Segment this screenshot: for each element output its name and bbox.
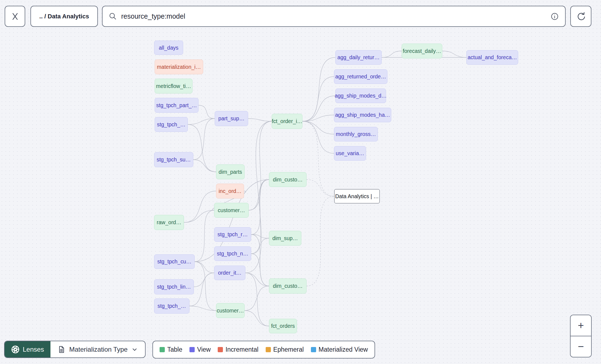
zoom-in-button[interactable]: + <box>571 315 591 336</box>
graph-node-metricflow_ti[interactable]: metricflow_ti… <box>155 79 192 93</box>
graph-node-data_analytics[interactable]: Data Analytics | … <box>334 189 380 203</box>
graph-node-stg_tpch_cu[interactable]: stg_tpch_cu… <box>154 254 195 269</box>
close-button[interactable] <box>5 6 25 27</box>
lenses-label: Lenses <box>23 346 44 353</box>
edge-stg_tpch_cu-customer_a <box>195 210 214 262</box>
edge-agg_daily-forecast_daily <box>382 51 402 58</box>
graph-node-stg_tpch_su[interactable]: stg_tpch_su… <box>154 152 193 167</box>
lenses-control: Lenses Materialization Type <box>4 341 146 358</box>
legend-item-incremental: Incremental <box>218 346 258 353</box>
search-input[interactable] <box>121 12 546 20</box>
graph-node-stg_tpch_b[interactable]: stg_tpch_… <box>154 298 189 314</box>
graph-node-inc_ord[interactable]: inc_ord… <box>216 184 244 198</box>
edge-stg_tpch_part-part_sup <box>199 105 215 119</box>
legend-item-materialized-view: Materialized View <box>311 346 368 353</box>
legend-item-table: Table <box>160 346 182 353</box>
graph-node-all_days[interactable]: all_days <box>154 41 183 55</box>
graph-node-dim_custo_b[interactable]: dim_custo… <box>269 278 307 294</box>
legend-swatch <box>218 347 223 352</box>
graph-node-agg_returned[interactable]: agg_returned_orde… <box>334 69 387 84</box>
legend-label: View <box>197 346 211 353</box>
edge-fct_order_i-data_analytics <box>302 121 334 197</box>
edge-dim_custo_a-data_analytics <box>307 180 334 196</box>
edge-fct_order_i-agg_ship_d <box>302 96 335 121</box>
edge-dim_custo_b-data_analytics <box>307 196 334 286</box>
graph-node-use_varia[interactable]: use_varia… <box>334 146 366 161</box>
legend-swatch <box>189 347 195 352</box>
chevron-down-icon <box>131 346 138 353</box>
search-icon <box>109 12 117 21</box>
graph-node-stg_tpch_part[interactable]: stg_tpch_part_… <box>155 98 199 113</box>
graph-node-materialization_i[interactable]: materialization_i… <box>155 59 203 74</box>
edge-fct_order_i-monthly_gross <box>302 121 334 134</box>
document-icon <box>58 346 65 353</box>
graph-node-raw_ord[interactable]: raw_ord… <box>154 215 184 230</box>
graph-node-agg_daily[interactable]: agg_daily_retur… <box>335 50 382 65</box>
edge-stg_tpch_cu-order_it <box>195 262 214 273</box>
legend-item-view: View <box>189 346 211 353</box>
legend-label: Materialized View <box>319 346 368 353</box>
edge-part_sup-fct_order_i <box>248 119 272 121</box>
graph-node-dim_parts[interactable]: dim_parts <box>216 164 245 179</box>
graph-node-dim_sup[interactable]: dim_sup… <box>269 231 301 246</box>
edge-forecast_daily-actual_and <box>442 51 466 58</box>
edge-customer_b-fct_orders <box>245 311 269 326</box>
breadcrumb[interactable]: .. / Data Analytics <box>30 6 98 27</box>
graph-node-actual_and[interactable]: actual_and_foreca… <box>466 50 518 65</box>
legend-item-ephemeral: Ephemeral <box>266 346 304 353</box>
materialization-type-dropdown[interactable]: Materialization Type <box>50 341 145 357</box>
close-icon <box>11 12 19 21</box>
graph-node-agg_ship_d[interactable]: agg_ship_modes_d… <box>335 89 386 103</box>
edge-order_it-dim_custo_b <box>245 273 269 286</box>
graph-node-monthly_gross[interactable]: monthly_gross… <box>334 127 378 141</box>
graph-node-fct_order_i[interactable]: fct_order_i… <box>272 114 302 129</box>
graph-node-dim_custo_a[interactable]: dim_custo… <box>269 172 307 187</box>
graph-node-stg_tpch_a[interactable]: stg_tpch_… <box>155 117 188 132</box>
edge-stg_tpch_lin-order_it <box>194 273 214 287</box>
refresh-button[interactable] <box>570 6 591 27</box>
edge-stg_tpch_su-part_sup <box>193 119 215 160</box>
graph-node-stg_tpch_lin[interactable]: stg_tpch_lin… <box>154 279 194 294</box>
edge-fct_order_i-agg_daily <box>302 58 335 121</box>
graph-node-forecast_daily[interactable]: forecast_daily… <box>402 44 442 58</box>
legend-swatch <box>311 347 316 352</box>
legend-label: Incremental <box>225 346 258 353</box>
dropdown-label: Materialization Type <box>69 346 127 353</box>
search-bar <box>102 6 566 27</box>
graph-node-order_it[interactable]: order_it… <box>214 266 245 280</box>
info-icon[interactable] <box>550 12 559 21</box>
edge-stg_tpch_b-customer_b <box>189 306 216 311</box>
edge-order_it-fct_orders <box>245 273 269 326</box>
legend-swatch <box>160 347 165 352</box>
graph-node-customer_a[interactable]: customer… <box>214 203 249 218</box>
edge-stg_tpch_n-dim_custo_a <box>251 180 269 254</box>
graph-node-part_sup[interactable]: part_sup… <box>215 111 248 126</box>
graph-node-customer_b[interactable]: customer… <box>216 303 245 318</box>
legend: TableViewIncrementalEphemeralMaterialize… <box>152 341 375 359</box>
legend-label: Table <box>167 346 182 353</box>
edge-stg_tpch_su-dim_parts <box>193 160 216 172</box>
graph-node-stg_tpch_r[interactable]: stg_tpch_r… <box>214 227 251 242</box>
refresh-icon <box>576 12 586 21</box>
graph-node-fct_orders[interactable]: fct_orders <box>269 319 297 333</box>
breadcrumb-label: .. / Data Analytics <box>39 13 89 20</box>
legend-label: Ephemeral <box>273 346 304 353</box>
edge-raw_ord-customer_a <box>184 210 214 223</box>
graph-node-agg_ship_ha[interactable]: agg_ship_modes_ha… <box>334 108 391 122</box>
lenses-button[interactable]: Lenses <box>5 341 50 357</box>
edge-customer_a-dim_custo_a <box>249 180 269 210</box>
edge-raw_ord-inc_ord <box>184 191 216 223</box>
aperture-icon <box>11 345 19 354</box>
graph-node-stg_tpch_n[interactable]: stg_tpch_n… <box>214 246 251 261</box>
legend-swatch <box>266 347 271 352</box>
zoom-control: + − <box>570 315 592 357</box>
edge-fct_order_i-agg_returned <box>302 77 334 121</box>
zoom-out-button[interactable]: − <box>571 336 591 357</box>
edge-fct_order_i-use_varia <box>302 121 334 153</box>
